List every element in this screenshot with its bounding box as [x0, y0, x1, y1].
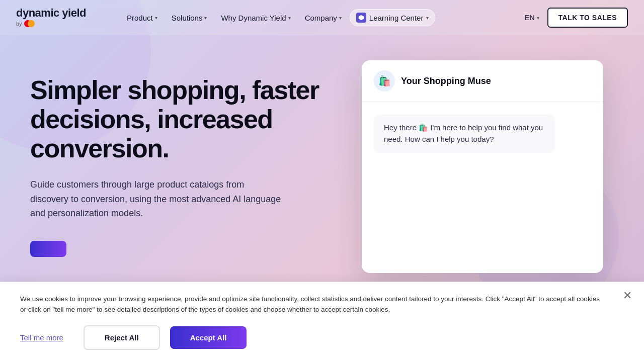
chevron-down-icon: ▾ — [537, 15, 539, 21]
chevron-down-icon: ▾ — [426, 15, 429, 21]
logo-by: by — [16, 19, 38, 28]
cookie-close-button[interactable]: ✕ — [623, 290, 632, 301]
logo-text: dynamic yield — [16, 7, 86, 19]
nav-right: EN ▾ TALK TO SALES — [525, 8, 628, 28]
accept-all-button[interactable]: Accept All — [170, 326, 247, 349]
logo[interactable]: dynamic yield by — [16, 7, 97, 28]
chat-title: Your Shopping Muse — [401, 76, 491, 86]
talk-to-sales-button[interactable]: TALK TO SALES — [547, 8, 628, 28]
learning-center-icon — [356, 13, 366, 23]
hero-cta-button[interactable] — [30, 241, 66, 257]
nav-item-solutions[interactable]: Solutions ▾ — [166, 10, 213, 26]
language-selector[interactable]: EN ▾ — [525, 14, 539, 22]
cookie-actions: Tell me more Reject All Accept All — [20, 325, 624, 350]
mastercard-icon — [24, 19, 38, 28]
reject-all-button[interactable]: Reject All — [84, 325, 160, 350]
hero-content: Simpler shopping, faster decisions, incr… — [30, 65, 351, 257]
cookie-text: We use cookies to improve your browsing … — [20, 294, 624, 315]
nav-links: Product ▾ Solutions ▾ Why Dynamic Yield … — [121, 9, 525, 26]
chevron-down-icon: ▾ — [339, 15, 342, 21]
hero-chat-widget-area: 🛍️ Your Shopping Muse Hey there 🛍️ I'm h… — [351, 60, 614, 273]
chevron-down-icon: ▾ — [288, 15, 291, 21]
hero-heading: Simpler shopping, faster decisions, incr… — [30, 75, 351, 163]
chat-avatar: 🛍️ — [374, 70, 395, 92]
nav-item-why[interactable]: Why Dynamic Yield ▾ — [215, 10, 296, 26]
nav-item-company[interactable]: Company ▾ — [299, 10, 348, 26]
hero-subtext: Guide customers through large product ca… — [30, 177, 282, 221]
chevron-down-icon: ▾ — [155, 15, 157, 21]
cookie-banner: ✕ We use cookies to improve your browsin… — [0, 282, 644, 362]
navbar: dynamic yield by Product ▾ Solutions ▾ W… — [0, 0, 644, 35]
nav-item-learning-center[interactable]: Learning Center ▾ — [350, 9, 436, 26]
tell-me-more-link[interactable]: Tell me more — [20, 333, 63, 342]
chat-header: 🛍️ Your Shopping Muse — [362, 60, 603, 102]
chat-body: Hey there 🛍️ I'm here to help you find w… — [362, 102, 603, 273]
chat-message: Hey there 🛍️ I'm here to help you find w… — [374, 114, 555, 153]
mc-right-circle — [28, 20, 35, 27]
chevron-down-icon: ▾ — [204, 15, 207, 21]
chat-widget: 🛍️ Your Shopping Muse Hey there 🛍️ I'm h… — [362, 60, 603, 273]
nav-item-product[interactable]: Product ▾ — [121, 10, 164, 26]
